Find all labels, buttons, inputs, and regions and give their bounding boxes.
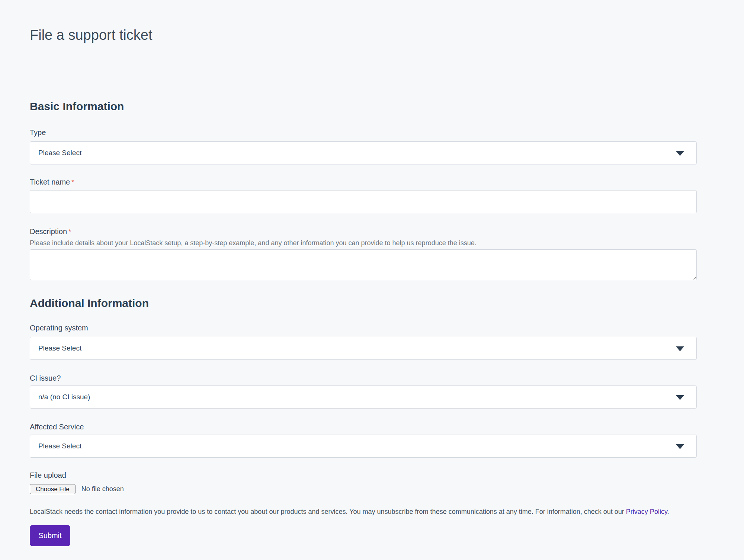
ticket-name-label-text: Ticket name bbox=[30, 178, 70, 186]
consent-disclaimer: LocalStack needs the contact information… bbox=[30, 508, 697, 515]
operating-system-select-value: Please Select bbox=[38, 344, 81, 352]
submit-button[interactable]: Submit bbox=[30, 525, 70, 546]
disclaimer-text-before: LocalStack needs the contact information… bbox=[30, 508, 626, 515]
description-textarea[interactable] bbox=[30, 249, 697, 280]
section-heading-basic-information: Basic Information bbox=[30, 100, 697, 112]
file-upload-control[interactable]: Choose File No file chosen bbox=[30, 484, 697, 494]
chevron-down-icon bbox=[676, 151, 684, 156]
chevron-down-icon bbox=[676, 346, 684, 351]
ticket-name-input[interactable] bbox=[30, 190, 697, 213]
description-helper-text: Please include details about your LocalS… bbox=[30, 239, 697, 247]
section-heading-additional-information: Additional Information bbox=[30, 297, 697, 309]
page-title: File a support ticket bbox=[30, 25, 697, 45]
support-ticket-form: File a support ticket Basic Information … bbox=[30, 25, 697, 546]
ci-issue-select-value: n/a (no CI issue) bbox=[38, 393, 90, 401]
required-asterisk: * bbox=[68, 228, 71, 236]
affected-service-select-value: Please Select bbox=[38, 442, 81, 450]
disclaimer-text-after: . bbox=[667, 508, 669, 515]
affected-service-select[interactable]: Please Select bbox=[30, 435, 697, 458]
operating-system-select[interactable]: Please Select bbox=[30, 337, 697, 360]
chevron-down-icon bbox=[676, 444, 684, 449]
type-label: Type bbox=[30, 128, 697, 137]
chevron-down-icon bbox=[676, 395, 684, 400]
type-select[interactable]: Please Select bbox=[30, 141, 697, 164]
ci-issue-label: CI issue? bbox=[30, 374, 697, 382]
ci-issue-select[interactable]: n/a (no CI issue) bbox=[30, 385, 697, 409]
operating-system-label: Operating system bbox=[30, 324, 697, 332]
description-label-text: Description bbox=[30, 227, 67, 236]
file-chosen-status: No file chosen bbox=[81, 485, 124, 493]
choose-file-button[interactable]: Choose File bbox=[30, 484, 76, 494]
required-asterisk: * bbox=[71, 179, 74, 186]
file-upload-label: File upload bbox=[30, 471, 697, 479]
affected-service-label: Affected Service bbox=[30, 423, 697, 431]
type-select-value: Please Select bbox=[38, 149, 81, 157]
description-label: Description* bbox=[30, 227, 697, 236]
ticket-name-label: Ticket name* bbox=[30, 178, 697, 186]
privacy-policy-link[interactable]: Privacy Policy bbox=[626, 508, 667, 515]
